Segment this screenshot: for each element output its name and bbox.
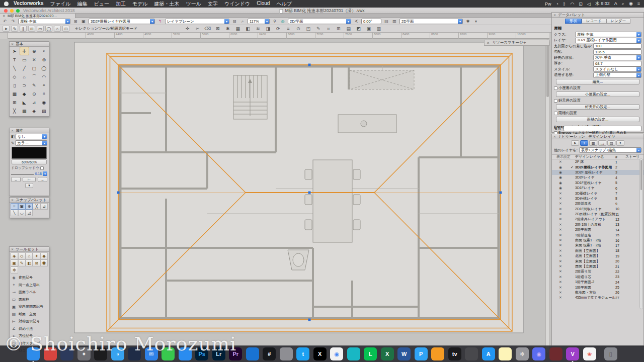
layer-row-3[interactable]: ◉3D2F 屋根レイヤ3 xyxy=(552,170,643,175)
mirror-tool-icon[interactable]: ◨ xyxy=(265,26,272,32)
basic-tool-5[interactable]: ▭ xyxy=(20,55,30,64)
layer-visibility-icon[interactable]: ◉ xyxy=(552,170,569,174)
dock-icon-twitter[interactable]: t xyxy=(296,347,309,360)
dock-icon-app-orange[interactable] xyxy=(431,347,444,360)
dropdown-arrow-icon[interactable]: ▾ xyxy=(42,134,47,139)
menu-9[interactable]: ウインドウ xyxy=(224,1,250,8)
fill-bucket-icon[interactable]: ◧ xyxy=(11,134,15,139)
basic-tool-4[interactable]: T xyxy=(10,55,20,64)
parallel-mode-icon[interactable]: ∥ xyxy=(20,26,27,32)
tool-item-5[interactable]: ▤断面・立面 xyxy=(10,311,49,318)
layer-visibility-icon[interactable]: ✕ xyxy=(552,223,569,227)
dock-icon-app-x[interactable]: X xyxy=(313,347,327,360)
basic-tool-25[interactable]: ◣ xyxy=(20,98,30,107)
field-dropdown-6[interactable]: スタイルなし▾ xyxy=(593,66,641,72)
volume-icon[interactable]: ◁ xyxy=(587,2,591,7)
layer-visibility-icon[interactable]: ✕ xyxy=(552,280,569,284)
layer-visibility-icon[interactable]: ✕ xyxy=(552,192,569,196)
frame-tool-icon[interactable]: ◰ xyxy=(305,26,312,32)
dropdown-arrow-icon[interactable]: ▾ xyxy=(636,67,641,71)
dock-icon-trash[interactable]: ▯ xyxy=(604,347,617,360)
layer-visibility-icon[interactable]: ✕ xyxy=(552,228,569,232)
render-settings-icon[interactable]: ✱ xyxy=(465,19,471,24)
pen-mode-icon[interactable]: ✎ xyxy=(11,26,18,32)
layer-row-15[interactable]: ✕1階部屋名15 xyxy=(552,232,643,237)
nav-references-icon[interactable]: ✦ xyxy=(616,140,624,146)
palette-close-icon[interactable]: ✕ xyxy=(11,247,14,251)
option-checkbox-0[interactable] xyxy=(554,86,557,90)
dropdown-arrow-icon[interactable]: ▾ xyxy=(265,19,269,24)
dock-icon-system-preferences[interactable]: ✻ xyxy=(516,347,529,360)
marquee-mode-icon[interactable]: ▭ xyxy=(37,26,44,32)
layer-link-icon[interactable]: ↰ xyxy=(157,19,163,24)
menu-4[interactable]: 加工 xyxy=(116,1,126,8)
zoom-dropdown[interactable]: 117%▾ xyxy=(248,19,270,24)
menu-11[interactable]: ヘルプ xyxy=(276,1,292,8)
basic-tool-3[interactable]: ⌕ xyxy=(39,47,49,55)
basic-tool-28[interactable]: ╳ xyxy=(10,107,20,115)
basic-tool-17[interactable]: ⊃ xyxy=(20,81,30,89)
view-dropdown[interactable]: 2D/平面▾ xyxy=(288,19,351,24)
palette-close-icon[interactable]: ✕ xyxy=(11,129,14,132)
layer-visibility-icon[interactable]: ✕ xyxy=(552,259,569,263)
option-button-1[interactable]: 軒天井の設定... xyxy=(556,104,639,110)
snap-mode-0[interactable]: ⌗ xyxy=(11,203,18,210)
dock-icon-app-darkgrey[interactable] xyxy=(465,347,478,360)
tool-item-7[interactable]: ∠斜め寸法 xyxy=(10,325,49,333)
tool-item-0[interactable]: ◈参照記号 xyxy=(10,274,49,282)
drawing-canvas[interactable]: ✕ リソースマネージャ xyxy=(0,33,551,362)
hatch-tool-icon[interactable]: ▦ xyxy=(234,26,242,32)
snap-mode-1[interactable]: ▣ xyxy=(18,203,26,210)
layer-row-11[interactable]: ✕2D外構レイヤ（配置説明）…11 xyxy=(552,212,643,217)
layer-row-23[interactable]: ✕1階通り芯23 xyxy=(552,275,643,280)
layer-row-18[interactable]: ✕南面【立面図】18 xyxy=(552,248,643,253)
basic-tool-13[interactable]: ⌂ xyxy=(20,72,30,81)
tool-item-3[interactable]: ▭図面枠 xyxy=(10,296,49,304)
handle-top[interactable] xyxy=(308,64,311,66)
menu-0[interactable]: Vectorworks xyxy=(14,1,43,8)
data-palette-header[interactable]: ✕ データパレット xyxy=(552,13,643,18)
opacity-button[interactable]: 60%/60% xyxy=(12,159,47,164)
layer-visibility-icon[interactable]: ◉ xyxy=(552,186,569,190)
dropdown-arrow-icon[interactable]: ▾ xyxy=(636,73,641,77)
polygon-mode-icon[interactable]: ⌂ xyxy=(54,26,61,32)
scrollbar-thumb[interactable] xyxy=(546,42,549,97)
tool-item-6[interactable]: ⊢対称図示記号 xyxy=(10,318,49,325)
dock-icon-app-grey[interactable] xyxy=(280,347,293,360)
layer-row-14[interactable]: ✕2階平面図14 xyxy=(552,227,643,232)
display-icon[interactable]: ⊡ xyxy=(579,2,583,7)
tool-category-2[interactable]: ⌂ xyxy=(26,252,33,259)
end-marker-button[interactable]: – xyxy=(38,177,47,182)
field-dropdown-7[interactable]: 上側の壁▾ xyxy=(593,72,641,78)
window-tool-icon[interactable]: ⊞ xyxy=(335,26,342,32)
rotate-tool-icon[interactable]: ⟳ xyxy=(275,26,282,32)
basic-tool-24[interactable]: ⊞ xyxy=(10,98,20,107)
layer-row-24[interactable]: ✕1階平面図-224 xyxy=(552,280,643,285)
dock-icon-excel[interactable]: X xyxy=(381,347,394,360)
control-center-icon[interactable]: ≡ xyxy=(637,1,640,7)
solid-tool-icon[interactable]: ▣ xyxy=(365,26,372,32)
basic-tool-12[interactable]: ◇ xyxy=(10,72,20,81)
pen-style-dropdown[interactable]: カラー ▾ xyxy=(15,140,47,146)
layer-visibility-icon[interactable]: ◉ xyxy=(552,181,569,185)
dock-icon-apple-tv[interactable]: tv xyxy=(448,347,461,360)
layer-row-7[interactable]: ✕3D基礎レイヤ7 xyxy=(552,191,643,196)
color-swatch[interactable] xyxy=(12,147,47,159)
input-source-icon[interactable]: A xyxy=(614,1,617,7)
field-dropdown-4[interactable]: 水平-垂直▾ xyxy=(593,55,641,60)
data-tab-レンダー[interactable]: レンダー xyxy=(606,19,631,24)
layer-row-6[interactable]: ◉3D1Fレイヤ6 xyxy=(552,186,643,191)
field-input-3[interactable]: 136.5 xyxy=(593,49,641,55)
dock-icon-vectorworks[interactable]: V xyxy=(566,347,579,360)
dock-icon-app-maroon[interactable] xyxy=(549,347,562,360)
nav-saved-views-icon[interactable]: ▤ xyxy=(607,140,615,146)
annotate-tool-icon[interactable]: ✎ xyxy=(315,26,322,32)
tool-category-6[interactable]: ✎ xyxy=(18,259,26,266)
layer-visibility-icon[interactable]: ✕ xyxy=(552,212,569,216)
layer-visibility-icon[interactable]: ✕ xyxy=(552,207,569,211)
palette-close-icon[interactable]: ✕ xyxy=(11,42,14,46)
name-input[interactable] xyxy=(564,126,641,131)
snap-mode-6[interactable]: ◡ xyxy=(18,210,26,216)
navigation-palette-header[interactable]: ✕ ナビゲーション - デザインレイヤ xyxy=(552,134,643,139)
line-weight-dropdown[interactable]: ▾ xyxy=(43,171,47,176)
